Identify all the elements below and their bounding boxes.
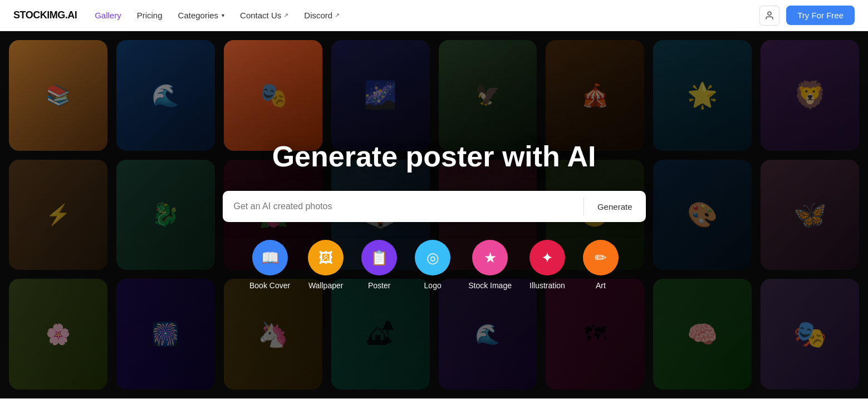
category-book-cover[interactable]: 📖Book Cover: [249, 240, 290, 290]
illustration-icon: ✦: [529, 240, 565, 275]
bg-tile: 🧠: [653, 279, 752, 390]
category-wallpaper[interactable]: 🖼Wallpaper: [308, 240, 344, 290]
bg-tile: 🎆: [116, 279, 215, 390]
bg-tile: 🌸: [9, 279, 107, 390]
nav-right: Try For Free: [759, 6, 855, 26]
search-bar: Generate: [223, 191, 646, 222]
bg-tile: 🎨: [653, 160, 752, 270]
bg-tile: 🏕: [331, 279, 430, 390]
bg-tile: 🎭: [224, 40, 322, 151]
wallpaper-icon: 🖼: [308, 240, 344, 275]
nav-links: Gallery Pricing Categories ▾ Contact Us …: [95, 11, 759, 20]
bg-tile: 🦅: [439, 40, 537, 151]
bg-tile: 🐉: [116, 160, 215, 270]
category-art[interactable]: ✏Art: [583, 240, 619, 290]
try-free-button[interactable]: Try For Free: [786, 6, 855, 25]
hero-title: Generate poster with AI: [272, 140, 596, 173]
bg-tile: 🎪: [546, 40, 644, 151]
art-label: Art: [596, 281, 606, 290]
hero-section: 📚🌊🎭🌌🦅🎪🌟🦁⚡🐉🌺🦊🏔🌙🎨🦋🌸🎆🦄🏕🌊🗺🧠🎭 Generate poster…: [0, 31, 868, 398]
svg-point-0: [768, 12, 771, 15]
hero-content: Generate poster with AI Generate 📖Book C…: [223, 140, 646, 290]
bg-tile: 🦁: [761, 40, 859, 151]
categories-row: 📖Book Cover🖼Wallpaper📋Poster◎Logo★Stock …: [249, 240, 619, 290]
nav-gallery[interactable]: Gallery: [95, 11, 121, 20]
nav-pricing[interactable]: Pricing: [137, 11, 163, 20]
bg-tile: 🌊: [116, 40, 215, 151]
bg-tile: 🌊: [439, 279, 537, 390]
stock-image-icon: ★: [472, 240, 508, 275]
category-stock-image[interactable]: ★Stock Image: [468, 240, 512, 290]
categories-chevron-icon: ▾: [222, 12, 224, 18]
search-input[interactable]: [223, 201, 583, 211]
logo-icon: ◎: [415, 240, 450, 275]
nav-categories[interactable]: Categories ▾: [178, 11, 225, 20]
art-icon: ✏: [583, 240, 619, 275]
user-account-button[interactable]: [759, 6, 779, 26]
generate-button[interactable]: Generate: [584, 191, 646, 222]
category-logo[interactable]: ◎Logo: [415, 240, 450, 290]
bg-tile: 🦋: [761, 160, 859, 270]
logo-label: Logo: [424, 281, 442, 290]
category-illustration[interactable]: ✦Illustration: [529, 240, 565, 290]
user-icon: [764, 11, 774, 21]
discord-external-icon: ↗: [335, 12, 340, 19]
wallpaper-label: Wallpaper: [308, 281, 344, 290]
brand-logo: STOCKIMG.AI: [13, 9, 77, 21]
nav-discord[interactable]: Discord ↗: [304, 11, 340, 20]
bg-tile: 🌌: [331, 40, 430, 151]
nav-contact[interactable]: Contact Us ↗: [240, 11, 288, 20]
illustration-label: Illustration: [529, 281, 565, 290]
book-cover-icon: 📖: [252, 240, 288, 275]
stock-image-label: Stock Image: [468, 281, 512, 290]
poster-label: Poster: [368, 281, 390, 290]
category-poster[interactable]: 📋Poster: [361, 240, 397, 290]
bg-tile: 📚: [9, 40, 107, 151]
bg-tile: 🦄: [224, 279, 322, 390]
bg-tile: 🎭: [761, 279, 859, 390]
bg-tile: ⚡: [9, 160, 107, 270]
bg-tile: 🗺: [546, 279, 644, 390]
navbar: STOCKIMG.AI Gallery Pricing Categories ▾…: [0, 0, 868, 31]
book-cover-label: Book Cover: [249, 281, 290, 290]
poster-icon: 📋: [361, 240, 397, 275]
bg-tile: 🌟: [653, 40, 752, 151]
contact-external-icon: ↗: [283, 12, 288, 19]
